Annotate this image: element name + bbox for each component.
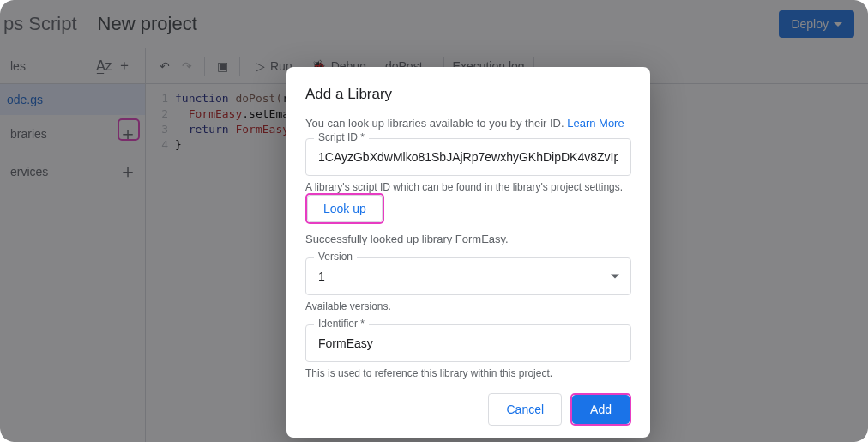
add-library-dialog: Add a Library You can look up libraries … [286, 67, 650, 438]
dialog-title: Add a Library [305, 86, 631, 103]
version-hint: Available versions. [305, 300, 631, 312]
highlight-box [118, 118, 140, 141]
add-file-icon[interactable]: ＋ [114, 57, 135, 75]
undo-icon[interactable]: ↶ [156, 58, 173, 75]
add-service-button[interactable]: ＋ [118, 161, 138, 182]
save-icon[interactable]: ▣ [214, 58, 231, 75]
file-item[interactable]: ode.gs [0, 84, 145, 115]
sidebar-services: ervices ＋ [0, 153, 145, 191]
script-id-hint: A library's script ID which can be found… [305, 181, 631, 193]
script-id-input[interactable] [305, 138, 631, 176]
caret-down-icon [834, 22, 842, 27]
identifier-hint: This is used to reference this library w… [305, 367, 631, 379]
identifier-label: Identifier * [314, 318, 369, 330]
identifier-input[interactable] [305, 324, 631, 362]
project-title[interactable]: New project [98, 13, 197, 35]
sort-az-icon[interactable]: A̲z [93, 58, 114, 74]
version-select[interactable]: 1 [305, 257, 631, 295]
lookup-button[interactable]: Look up [307, 195, 383, 222]
files-heading: les [10, 59, 93, 73]
dialog-intro: You can look up libraries available to y… [305, 117, 631, 130]
sidebar-libraries: braries ＋ [0, 115, 145, 153]
app-brand: ps Script [3, 13, 77, 35]
lookup-status: Successfully looked up library FormEasy. [305, 233, 631, 245]
cancel-button[interactable]: Cancel [488, 393, 562, 426]
version-label: Version [314, 251, 357, 263]
highlight-box: Add [570, 393, 631, 426]
redo-icon[interactable]: ↷ [178, 58, 196, 75]
highlight-box: Look up [305, 193, 384, 224]
title-bar: ps Script New project Deploy [0, 0, 868, 48]
add-button[interactable]: Add [572, 395, 630, 424]
script-id-label: Script ID * [314, 131, 369, 143]
caret-down-icon [611, 275, 619, 279]
learn-more-link[interactable]: Learn More [567, 117, 624, 130]
deploy-button[interactable]: Deploy [779, 10, 854, 38]
sidebar: les A̲z ＋ ode.gs braries ＋ ervices ＋ [0, 48, 146, 442]
